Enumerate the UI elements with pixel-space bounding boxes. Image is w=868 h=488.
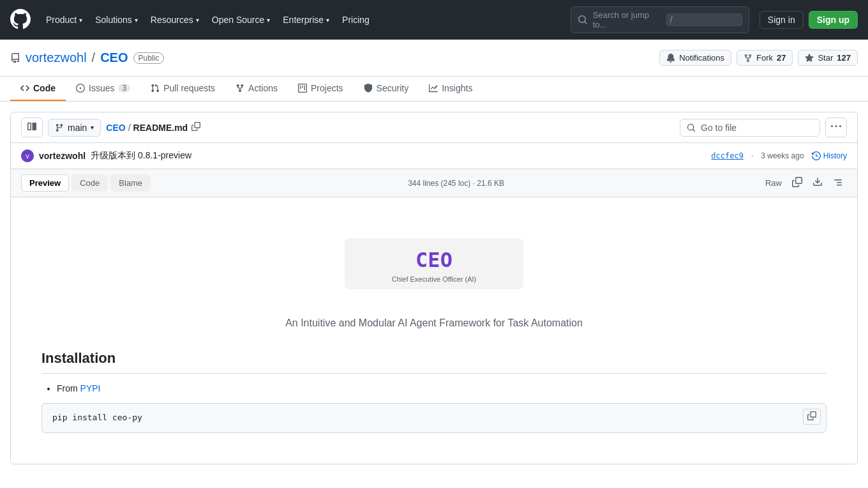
branch-icon	[55, 123, 64, 132]
more-options-button[interactable]	[825, 118, 847, 137]
tab-code[interactable]: Code	[10, 77, 66, 101]
breadcrumb-repo-link[interactable]: CEO	[106, 123, 125, 133]
file-toolbar: Preview Code Blame 344 lines (245 loc) ·…	[11, 169, 857, 197]
go-to-file-input[interactable]: Go to file	[680, 119, 820, 137]
tab-security[interactable]: Security	[354, 77, 419, 101]
tab-pull-requests[interactable]: Pull requests	[140, 77, 225, 101]
tab-projects[interactable]: Projects	[288, 77, 354, 101]
code-tab[interactable]: Code	[71, 174, 108, 192]
repo-header: vortezwohl / CEO Public Notifications Fo…	[0, 40, 868, 77]
pypi-link[interactable]: PYPI	[80, 383, 101, 393]
nav-product[interactable]: Product ▾	[41, 11, 87, 29]
chevron-down-icon: ▾	[196, 17, 199, 24]
sidebar-toggle-icon	[27, 121, 37, 132]
chevron-down-icon: ▾	[135, 17, 138, 24]
visibility-badge: Public	[133, 52, 165, 64]
github-logo[interactable]	[10, 9, 31, 31]
header: Product ▾ Solutions ▾ Resources ▾ Open S…	[0, 0, 868, 40]
history-button[interactable]: History	[812, 151, 847, 160]
svg-text:v: v	[26, 152, 29, 160]
preview-tab[interactable]: Preview	[21, 174, 69, 192]
breadcrumb-current-file: README.md	[133, 123, 188, 133]
file-actions: Raw	[761, 174, 847, 192]
file-container: main ▾ CEO / README.md Go to file v	[10, 112, 858, 464]
copy-path-button[interactable]	[190, 121, 202, 134]
panel-toggle-button[interactable]	[21, 118, 43, 137]
search-icon	[578, 15, 588, 25]
notifications-button[interactable]: Notifications	[659, 50, 731, 66]
svg-text:CEO: CEO	[415, 248, 453, 272]
download-icon	[812, 177, 823, 187]
copy-raw-button[interactable]	[788, 174, 806, 192]
branch-name: main	[68, 123, 87, 133]
install-list-item: From PYPI	[57, 381, 827, 395]
outline-button[interactable]	[829, 174, 847, 192]
fork-icon	[744, 54, 752, 63]
chevron-down-icon: ▾	[326, 17, 329, 24]
download-button[interactable]	[809, 174, 827, 192]
nav-open-source[interactable]: Open Source ▾	[207, 11, 276, 29]
outline-icon	[833, 177, 843, 187]
repo-tabs: Code Issues 3 Pull requests Actions Proj…	[0, 77, 868, 102]
star-button[interactable]: Star 127	[798, 50, 858, 66]
blame-tab[interactable]: Blame	[110, 174, 151, 192]
repo-actions: Notifications Fork 27 Star 127	[659, 50, 858, 76]
history-icon	[812, 151, 821, 160]
repo-name-link[interactable]: CEO	[100, 50, 128, 65]
chevron-down-icon: ▾	[79, 17, 82, 24]
avatar-image: v	[21, 149, 34, 162]
logo-area: CEO Chief Executive Officer (AI)	[41, 213, 827, 315]
file-nav-bar: main ▾ CEO / README.md Go to file	[11, 112, 857, 143]
security-icon	[364, 84, 373, 93]
commit-bar: v vortezwohl 升级版本到 0.8.1-preview dccfec9…	[11, 143, 857, 169]
actions-icon	[236, 84, 244, 93]
nav-enterprise[interactable]: Enterprise ▾	[278, 11, 334, 29]
projects-icon	[298, 84, 307, 93]
install-command-code: pip install ceo-py	[52, 413, 142, 422]
branch-selector[interactable]: main ▾	[48, 119, 101, 137]
copy-icon	[191, 122, 200, 131]
file-meta: 344 lines (245 loc) · 21.6 KB	[408, 179, 504, 188]
avatar: v	[21, 149, 34, 162]
install-heading: Installation	[41, 347, 827, 374]
signin-button[interactable]: Sign in	[760, 11, 804, 29]
commit-meta: dccfec9 · 3 weeks ago History	[711, 151, 847, 160]
ellipsis-icon	[831, 121, 841, 132]
svg-text:Chief Executive Officer (AI): Chief Executive Officer (AI)	[392, 275, 476, 283]
logo-image: CEO Chief Executive Officer (AI)	[345, 225, 523, 302]
search-file-icon	[687, 123, 696, 132]
repo-icon	[10, 53, 20, 63]
install-list: From PYPI	[41, 381, 827, 395]
commit-time: 3 weeks ago	[761, 151, 804, 160]
code-block: pip install ceo-py	[41, 403, 827, 433]
commit-info: v vortezwohl 升级版本到 0.8.1-preview	[21, 149, 191, 162]
repo-title-area: vortezwohl / CEO Public	[10, 50, 164, 75]
raw-button[interactable]: Raw	[761, 176, 786, 190]
search-shortcut-kbd: /	[666, 13, 742, 26]
insights-icon	[429, 84, 438, 93]
breadcrumb: CEO / README.md	[106, 121, 675, 134]
file-content: CEO Chief Executive Officer (AI) An Intu…	[11, 197, 857, 464]
file-view-tabs: Preview Code Blame	[21, 174, 151, 192]
commit-hash-link[interactable]: dccfec9	[711, 151, 744, 160]
bell-icon	[666, 54, 675, 63]
nav-solutions[interactable]: Solutions ▾	[90, 11, 143, 29]
readme-tagline: An Intuitive and Modular AI Agent Framew…	[41, 315, 827, 332]
signup-button[interactable]: Sign up	[809, 11, 858, 29]
tab-actions[interactable]: Actions	[225, 77, 288, 101]
chevron-down-icon: ▾	[267, 17, 270, 24]
header-actions: Sign in Sign up	[760, 11, 858, 29]
repo-owner-link[interactable]: vortezwohl	[26, 50, 87, 65]
commit-author[interactable]: vortezwohl	[39, 151, 86, 161]
copy-code-button[interactable]	[803, 409, 821, 425]
commit-message: 升级版本到 0.8.1-preview	[91, 150, 191, 162]
code-icon	[20, 84, 29, 93]
fork-button[interactable]: Fork 27	[737, 50, 793, 66]
nav-pricing[interactable]: Pricing	[337, 11, 375, 29]
branch-chevron-icon: ▾	[91, 124, 94, 131]
nav-resources[interactable]: Resources ▾	[146, 11, 204, 29]
tab-issues[interactable]: Issues 3	[66, 77, 140, 101]
search-bar[interactable]: Search or jump to... /	[571, 6, 749, 33]
tab-insights[interactable]: Insights	[419, 77, 483, 101]
issues-icon	[76, 84, 85, 93]
